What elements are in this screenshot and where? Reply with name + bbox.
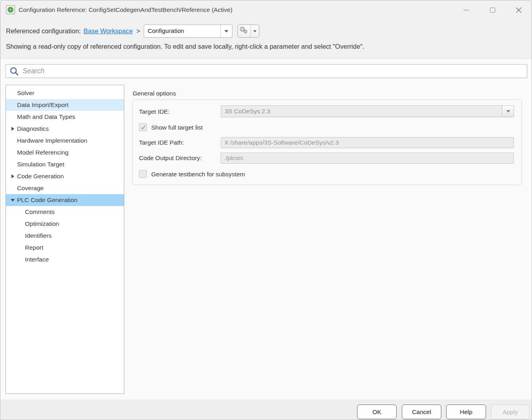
search-box[interactable] — [6, 64, 527, 78]
simulink-config-icon — [6, 5, 15, 14]
show-full-target-list-checkbox[interactable] — [139, 123, 147, 131]
breadcrumb-separator: > — [136, 27, 140, 35]
sidebar-item-plc-code-generation[interactable]: PLC Code Generation — [6, 194, 124, 206]
sidebar-item-optimization[interactable]: Optimization — [6, 218, 124, 230]
search-input[interactable] — [19, 65, 527, 78]
sidebar-item-label: Coverage — [17, 185, 44, 192]
configuration-category-tree: SolverData Import/ExportMath and Data Ty… — [6, 85, 124, 394]
tree-collapsed-arrow-icon[interactable] — [10, 174, 16, 178]
minimize-button[interactable] — [453, 0, 479, 19]
maximize-icon — [490, 8, 495, 13]
code-output-directory-field[interactable]: ./plcsrc — [220, 153, 514, 164]
sidebar-item-interface[interactable]: Interface — [6, 254, 124, 265]
apply-button: Apply — [491, 405, 530, 419]
cancel-button[interactable]: Cancel — [402, 405, 441, 419]
sidebar-item-identifiers[interactable]: Identifiers — [6, 230, 124, 242]
configuration-select[interactable]: Configuration — [144, 25, 232, 38]
show-full-target-list-label: Show full target list — [151, 124, 203, 131]
configuration-reference-dialog: Configuration Reference: ConfigSetCodege… — [0, 0, 532, 420]
ok-button[interactable]: OK — [357, 405, 397, 419]
sidebar-item-label: Identifiers — [25, 232, 51, 239]
close-button[interactable] — [505, 0, 532, 19]
sidebar-item-hardware-implementation[interactable]: Hardware Implementation — [6, 135, 124, 147]
window-title: Configuration Reference: ConfigSetCodege… — [19, 6, 232, 13]
maximize-button[interactable] — [479, 0, 505, 19]
sidebar-item-solver[interactable]: Solver — [6, 87, 124, 99]
target-ide-path-field[interactable]: X:/share/apps/3S-Software/CoDeSys/v2.3 — [221, 137, 514, 148]
sidebar-item-data-import-export[interactable]: Data Import/Export — [6, 99, 124, 111]
sidebar-item-label: PLC Code Generation — [17, 197, 78, 204]
sidebar-item-label: Math and Data Types — [17, 113, 75, 120]
sidebar-item-label: Optimization — [25, 220, 59, 227]
sidebar-item-simulation-target[interactable]: Simulation Target — [6, 158, 124, 170]
sidebar-item-label: Comments — [25, 208, 55, 216]
sidebar-item-label: Interface — [25, 256, 49, 263]
generate-testbench-label: Generate testbench for subsystem — [151, 171, 245, 178]
readonly-info-text: Showing a read-only copy of referenced c… — [6, 43, 364, 50]
generate-testbench-checkbox[interactable] — [139, 170, 147, 178]
chevron-down-icon — [506, 110, 510, 113]
sidebar-item-coverage[interactable]: Coverage — [6, 182, 124, 194]
sidebar-item-label: Report — [25, 244, 44, 251]
base-workspace-link[interactable]: Base Workspace — [84, 27, 133, 35]
dialog-footer: OKCancelHelpApply — [0, 400, 532, 420]
help-button[interactable]: Help — [446, 405, 486, 419]
chevron-down-icon — [253, 30, 257, 32]
target-ide-path-label: Target IDE Path: — [139, 139, 184, 146]
sidebar-item-diagnostics[interactable]: Diagnostics — [6, 123, 124, 135]
close-icon — [516, 7, 522, 13]
minimize-icon — [464, 10, 469, 10]
sidebar-item-label: Data Import/Export — [17, 101, 68, 109]
sidebar-item-label: Hardware Implementation — [17, 137, 87, 144]
sidebar-item-comments[interactable]: Comments — [6, 206, 124, 218]
referenced-configuration-label: Referenced configuration: — [6, 27, 81, 35]
sidebar-item-label: Model Referencing — [17, 149, 68, 156]
code-output-directory-label: Code Output Directory: — [139, 155, 202, 162]
sidebar-item-label: Simulation Target — [17, 161, 64, 168]
configuration-actions-menu-arrow[interactable] — [251, 25, 259, 37]
sidebar-item-label: Code Generation — [17, 173, 64, 180]
sidebar-item-math-and-data-types[interactable]: Math and Data Types — [6, 111, 124, 123]
sidebar-item-report[interactable]: Report — [6, 242, 124, 254]
chevron-down-icon — [224, 30, 228, 32]
configuration-actions-button[interactable]: ⚙ ⚙ — [238, 25, 259, 38]
target-ide-dropdown-arrow — [502, 106, 514, 117]
configuration-select-arrow[interactable] — [220, 25, 232, 37]
sidebar-item-label: Diagnostics — [17, 125, 49, 132]
target-ide-value: 3S CoDeSys 2.3 — [221, 106, 502, 117]
search-icon — [10, 67, 19, 76]
title-bar: Configuration Reference: ConfigSetCodege… — [0, 0, 532, 19]
gear-icon[interactable]: ⚙ ⚙ — [238, 25, 251, 37]
sidebar-item-code-generation[interactable]: Code Generation — [6, 170, 124, 182]
configuration-select-value: Configuration — [144, 25, 220, 37]
tree-collapsed-arrow-icon[interactable] — [10, 127, 16, 131]
sidebar-item-model-referencing[interactable]: Model Referencing — [6, 147, 124, 158]
reference-header: Referenced configuration: Base Workspace… — [0, 20, 532, 59]
target-ide-dropdown[interactable]: 3S CoDeSys 2.3 — [221, 105, 514, 117]
general-options-title: General options — [133, 90, 176, 97]
tree-expanded-arrow-icon[interactable] — [10, 199, 16, 202]
checkmark-icon — [140, 124, 146, 130]
target-ide-label: Target IDE: — [139, 108, 170, 115]
sidebar-item-label: Solver — [17, 90, 34, 97]
